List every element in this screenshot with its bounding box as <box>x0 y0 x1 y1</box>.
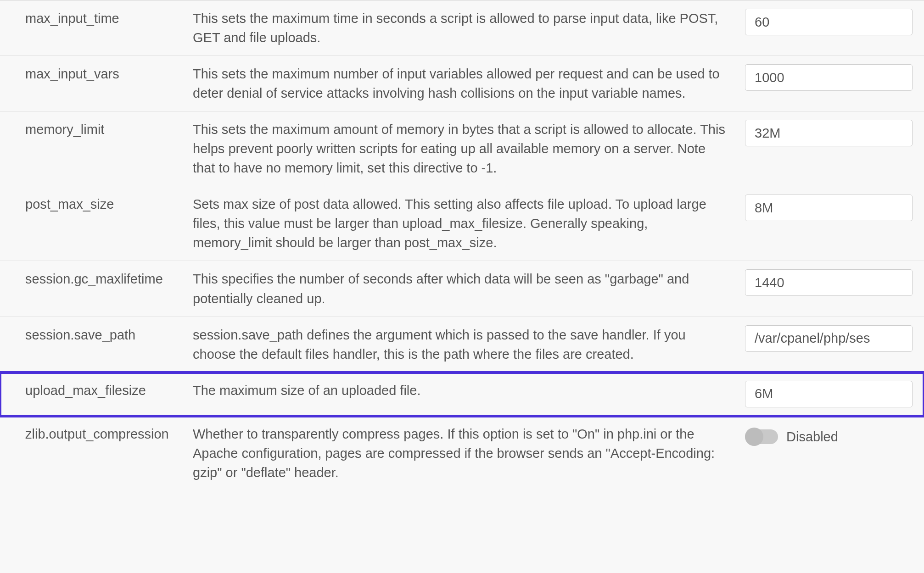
setting-description: Whether to transparently compress pages.… <box>193 424 745 482</box>
setting-row-memory-limit: memory_limit This sets the maximum amoun… <box>0 111 924 186</box>
setting-description: Sets max size of post data allowed. This… <box>193 195 745 252</box>
setting-value-cell <box>745 195 924 221</box>
setting-name: post_max_size <box>0 195 193 214</box>
setting-row-zlib-output-compression: zlib.output_compression Whether to trans… <box>0 416 924 490</box>
setting-description: The maximum size of an uploaded file. <box>193 381 745 400</box>
setting-description: session.save_path defines the argument w… <box>193 325 745 364</box>
zlib-output-compression-toggle[interactable] <box>745 429 778 444</box>
setting-description: This specifies the number of seconds aft… <box>193 269 745 308</box>
setting-value-cell <box>745 381 924 407</box>
setting-value-cell: Disabled <box>745 424 924 446</box>
max-input-vars-input[interactable] <box>745 64 913 91</box>
setting-value-cell <box>745 269 924 296</box>
toggle-knob <box>745 428 763 446</box>
session-save-path-input[interactable] <box>745 325 913 352</box>
setting-name: max_input_vars <box>0 64 193 83</box>
upload-max-filesize-input[interactable] <box>745 381 913 407</box>
setting-value-cell <box>745 64 924 91</box>
setting-row-max-input-time: max_input_time This sets the maximum tim… <box>0 0 924 56</box>
setting-row-session-gc-maxlifetime: session.gc_maxlifetime This specifies th… <box>0 261 924 317</box>
setting-name: memory_limit <box>0 120 193 139</box>
setting-row-upload-max-filesize: upload_max_filesize The maximum size of … <box>0 373 924 416</box>
setting-row-max-input-vars: max_input_vars This sets the maximum num… <box>0 56 924 111</box>
max-input-time-input[interactable] <box>745 9 913 35</box>
setting-name: session.save_path <box>0 325 193 345</box>
memory-limit-input[interactable] <box>745 120 913 146</box>
setting-row-session-save-path: session.save_path session.save_path defi… <box>0 317 924 373</box>
setting-name: zlib.output_compression <box>0 424 193 444</box>
toggle-label: Disabled <box>786 427 838 446</box>
setting-value-cell <box>745 325 924 352</box>
setting-description: This sets the maximum time in seconds a … <box>193 9 745 47</box>
setting-name: upload_max_filesize <box>0 381 193 400</box>
php-settings-table: max_input_time This sets the maximum tim… <box>0 0 924 490</box>
post-max-size-input[interactable] <box>745 195 913 221</box>
setting-description: This sets the maximum number of input va… <box>193 64 745 103</box>
setting-row-post-max-size: post_max_size Sets max size of post data… <box>0 186 924 261</box>
setting-value-cell <box>745 120 924 146</box>
setting-value-cell <box>745 9 924 35</box>
setting-description: This sets the maximum amount of memory i… <box>193 120 745 178</box>
setting-name: max_input_time <box>0 9 193 28</box>
setting-name: session.gc_maxlifetime <box>0 269 193 289</box>
session-gc-maxlifetime-input[interactable] <box>745 269 913 296</box>
